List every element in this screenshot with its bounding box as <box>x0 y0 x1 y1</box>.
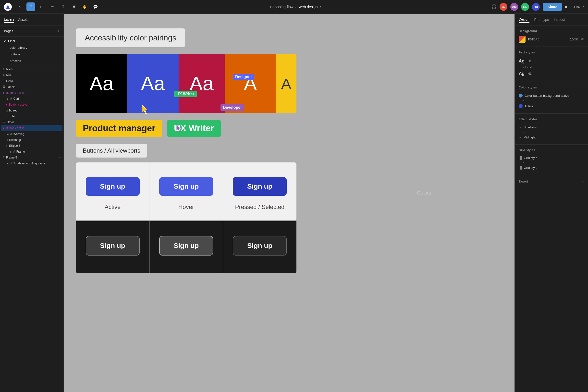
bg-color-preview[interactable] <box>519 36 526 43</box>
page-item-buttons[interactable]: buttons <box>0 51 64 58</box>
chevron-down-icon[interactable]: ▾ <box>522 66 524 69</box>
layer-labels[interactable]: ⠿ Labels <box>1 84 62 90</box>
tab-design[interactable]: Design <box>519 16 530 23</box>
chevron-down-icon[interactable]: ▾ <box>320 5 321 8</box>
signup-button-dark-hover[interactable]: Sign up <box>159 236 213 256</box>
expand-arrow[interactable]: ▶ <box>7 133 9 136</box>
grid-icon-1 <box>519 156 522 160</box>
page-item-process[interactable]: process <box>0 58 64 64</box>
layer-name: Hello <box>6 80 60 83</box>
tool-frame[interactable]: ⊞ <box>26 2 35 11</box>
chevron-down-icon-colors[interactable]: ▾ <box>522 100 524 102</box>
tool-select[interactable]: ↖ <box>16 2 24 11</box>
visibility-icon[interactable]: 👁 <box>581 37 584 41</box>
eye-icon[interactable]: 👁 <box>58 156 60 159</box>
page-item-color-library[interactable]: color Library <box>0 44 64 51</box>
layer-name: black <box>6 68 60 71</box>
effect-styles-section: Effect styles ✦ Shadows ▾ ✦ Midnight <box>515 114 588 144</box>
add-page-button[interactable]: + <box>57 28 60 34</box>
content-frame: Accessibility color pairings Aa Aa Aa A … <box>76 28 296 273</box>
frame-icon: # <box>10 132 12 136</box>
tool-comment[interactable]: 💬 <box>91 2 100 11</box>
tool-component[interactable]: ❖ <box>70 2 78 11</box>
tool-shape[interactable]: ◻ <box>37 2 46 11</box>
svg-marker-1 <box>142 105 148 114</box>
chevron-down-icon-zoom[interactable]: ▾ <box>582 5 584 8</box>
signup-button-pressed[interactable]: Sign up <box>233 177 287 196</box>
grid-style-1: Grid style <box>519 155 584 161</box>
page-name: Web design <box>298 5 318 9</box>
color-style-1: Color-button-background-active <box>519 92 584 99</box>
layer-title[interactable]: T Title <box>1 114 62 119</box>
section-title-box: Accessibility color pairings <box>76 28 185 47</box>
group-icon: ⠿ <box>3 120 5 124</box>
tab-assets[interactable]: Assets <box>18 17 28 22</box>
export-add-button[interactable]: + <box>582 179 584 184</box>
layer-name: Button / active <box>6 91 60 94</box>
layer-frame-5[interactable]: # Frame 5 👁 <box>1 154 62 160</box>
layer-cart[interactable]: ▶ # Cart <box>1 96 62 102</box>
signup-button-hover[interactable]: Sign up <box>159 177 213 196</box>
layer-blue[interactable]: # blue <box>1 72 62 78</box>
right-sidebar: Design Prototype Inspect Background F5F5… <box>514 14 588 392</box>
text-icon: T <box>3 80 5 83</box>
bg-opacity[interactable]: 100% <box>570 38 578 41</box>
tool-pen[interactable]: ✏ <box>48 2 57 11</box>
check-icon: ✓ <box>4 40 6 43</box>
canvas[interactable]: Accessibility color pairings Aa Aa Aa A … <box>64 14 514 392</box>
layer-bg-red[interactable]: □ bg red <box>1 108 62 114</box>
signup-button-dark-pressed[interactable]: Sign up <box>233 236 287 256</box>
tool-hand[interactable]: ✋ <box>80 2 89 11</box>
expand-arrow-top[interactable]: ▶ <box>7 162 9 165</box>
share-button[interactable]: Share <box>543 3 562 11</box>
text-styles-section: Text styles Ag H1 ▾ Final Ag H1 <box>515 47 588 82</box>
layer-other[interactable]: ⠿ Other <box>1 119 62 125</box>
tab-prototype[interactable]: Prototype <box>534 17 549 22</box>
state-label-pressed: Pressed / Selected <box>235 204 284 210</box>
avatar-4[interactable]: RB <box>532 3 540 11</box>
layer-button-active-1[interactable]: ♦ Button / active <box>1 90 62 96</box>
layer-warning[interactable]: ▶ # Warning <box>1 131 62 137</box>
layer-rectangle[interactable]: □ Rectangle <box>1 137 62 143</box>
swatch-orange: A <box>225 54 276 113</box>
signup-button-dark-active[interactable]: Sign up <box>86 236 140 256</box>
tab-inspect[interactable]: Inspect <box>554 17 565 22</box>
avatar-1[interactable]: JD <box>500 3 508 11</box>
expand-arrow[interactable]: ▶ <box>7 98 9 100</box>
layer-button-active-2[interactable]: ♦ Button / active <box>1 102 62 108</box>
layer-black[interactable]: # black <box>1 66 62 72</box>
avatar-2[interactable]: AM <box>510 3 518 11</box>
layer-name: Ellipse 5 <box>9 144 60 148</box>
sidebar-tab-bar: Layers Assets <box>0 14 64 26</box>
pages-list: ✓ Final color Library buttons process <box>0 37 64 66</box>
layer-ellipse-5[interactable]: ○ Ellipse 5 <box>1 143 62 149</box>
layer-top-level[interactable]: ▶ # Top-level scrolling frame <box>1 160 62 166</box>
page-item-final[interactable]: ✓ Final <box>0 38 64 44</box>
color-style-2: Active <box>519 103 584 110</box>
expand-arrow-frame[interactable]: ▶ <box>10 150 12 153</box>
grid-icon-2 <box>519 166 522 170</box>
bg-color-hex[interactable]: F5F5F5 <box>528 38 568 41</box>
chevron-down-icon-grid[interactable]: ▾ <box>522 162 524 164</box>
state-label-hover: Hover <box>178 204 194 210</box>
avatar-3[interactable]: KL <box>521 3 529 11</box>
color-styles-title: Color styles <box>519 86 584 89</box>
layer-name: Button / active <box>9 103 60 106</box>
cursor-purple <box>176 125 181 133</box>
layer-button-active-3[interactable]: ♦ Button / active <box>1 125 62 131</box>
layer-frame-nested[interactable]: ▶ # Frame <box>1 149 62 154</box>
layer-hello[interactable]: T Hello <box>1 78 62 84</box>
zoom-level[interactable]: 100% <box>571 5 580 9</box>
export-title: Export <box>519 180 528 183</box>
frame-icon: # <box>3 68 5 71</box>
signup-button-active[interactable]: Sign up <box>86 177 140 196</box>
project-name: Shopping-flow <box>270 5 294 9</box>
chevron-down-icon-fx[interactable]: ▾ <box>522 131 524 134</box>
badge-label: Product manager <box>83 123 155 133</box>
play-icon[interactable]: ▶ <box>565 4 568 9</box>
text-icon: T <box>6 115 8 118</box>
app-logo[interactable] <box>4 3 12 11</box>
headphone-icon[interactable]: 🎧 <box>491 4 496 10</box>
tab-layers[interactable]: Layers <box>4 16 14 23</box>
tool-text[interactable]: T <box>59 2 68 11</box>
